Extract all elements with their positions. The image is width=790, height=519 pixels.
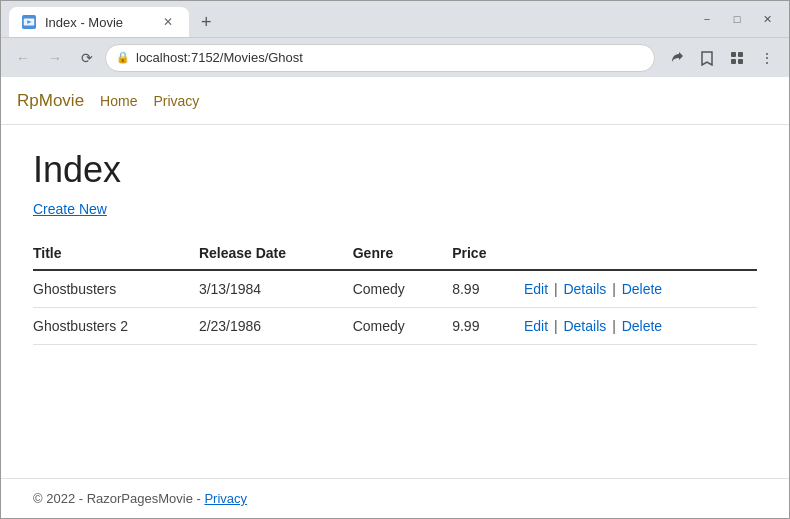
footer-privacy-link[interactable]: Privacy (204, 491, 247, 506)
site-brand: RpMovie (17, 91, 84, 111)
title-bar: Index - Movie ✕ + − □ ✕ (1, 1, 789, 37)
details-link-1[interactable]: Details (563, 318, 606, 334)
table-row: Ghostbusters 2 2/23/1986 Comedy 9.99 Edi… (33, 308, 757, 345)
movies-table: Title Release Date Genre Price Ghostbust… (33, 237, 757, 345)
col-actions (524, 237, 757, 270)
svg-rect-4 (738, 52, 743, 57)
url-bar[interactable]: 🔒 localhost:7152/Movies/Ghost (105, 44, 655, 72)
svg-rect-6 (738, 59, 743, 64)
edit-link-1[interactable]: Edit (524, 318, 548, 334)
sep-2: | (612, 281, 616, 297)
cell-actions-0: Edit | Details | Delete (524, 270, 757, 308)
forward-button[interactable]: → (41, 44, 69, 72)
reload-button[interactable]: ⟳ (73, 44, 101, 72)
active-tab[interactable]: Index - Movie ✕ (9, 7, 189, 37)
tab-favicon (21, 14, 37, 30)
cell-title-0: Ghostbusters (33, 270, 199, 308)
cell-price-0: 8.99 (452, 270, 524, 308)
col-genre: Genre (353, 237, 452, 270)
details-link-0[interactable]: Details (563, 281, 606, 297)
edit-link-0[interactable]: Edit (524, 281, 548, 297)
new-tab-button[interactable]: + (193, 8, 220, 37)
minimize-button[interactable]: − (693, 5, 721, 33)
brand-suffix: Movie (39, 91, 84, 110)
footer-text: © 2022 - RazorPagesMovie - (33, 491, 204, 506)
delete-link-1[interactable]: Delete (622, 318, 662, 334)
site-nav: RpMovie Home Privacy (1, 77, 789, 125)
delete-link-0[interactable]: Delete (622, 281, 662, 297)
col-title: Title (33, 237, 199, 270)
cell-genre-0: Comedy (353, 270, 452, 308)
col-price: Price (452, 237, 524, 270)
close-button[interactable]: ✕ (753, 5, 781, 33)
cell-price-1: 9.99 (452, 308, 524, 345)
back-button[interactable]: ← (9, 44, 37, 72)
nav-home-link[interactable]: Home (100, 93, 137, 109)
url-text: localhost:7152/Movies/Ghost (136, 50, 644, 65)
site-footer: © 2022 - RazorPagesMovie - Privacy (1, 478, 789, 518)
table-header: Title Release Date Genre Price (33, 237, 757, 270)
main-content: Index Create New Title Release Date Genr… (1, 125, 789, 478)
address-bar: ← → ⟳ 🔒 localhost:7152/Movies/Ghost ⋮ (1, 37, 789, 77)
tab-area: Index - Movie ✕ + (9, 1, 681, 37)
create-new-link[interactable]: Create New (33, 201, 107, 217)
bookmark-icon[interactable] (693, 44, 721, 72)
col-release-date: Release Date (199, 237, 353, 270)
sep-4: | (612, 318, 616, 334)
svg-rect-3 (731, 52, 736, 57)
brand-prefix: Rp (17, 91, 39, 110)
header-row: Title Release Date Genre Price (33, 237, 757, 270)
browser-window: Index - Movie ✕ + − □ ✕ ← → ⟳ 🔒 localhos… (0, 0, 790, 519)
maximize-button[interactable]: □ (723, 5, 751, 33)
cell-date-0: 3/13/1984 (199, 270, 353, 308)
page-heading: Index (33, 149, 757, 191)
sep-3: | (554, 318, 558, 334)
cell-title-1: Ghostbusters 2 (33, 308, 199, 345)
table-body: Ghostbusters 3/13/1984 Comedy 8.99 Edit … (33, 270, 757, 345)
page-content: RpMovie Home Privacy Index Create New Ti… (1, 77, 789, 518)
window-controls: − □ ✕ (693, 5, 781, 33)
cell-genre-1: Comedy (353, 308, 452, 345)
cell-date-1: 2/23/1986 (199, 308, 353, 345)
toolbar-icons: ⋮ (663, 44, 781, 72)
svg-rect-5 (731, 59, 736, 64)
tab-title: Index - Movie (45, 15, 123, 30)
tab-close-button[interactable]: ✕ (159, 13, 177, 31)
sep-1: | (554, 281, 558, 297)
share-icon[interactable] (663, 44, 691, 72)
cell-actions-1: Edit | Details | Delete (524, 308, 757, 345)
extensions-icon[interactable] (723, 44, 751, 72)
lock-icon: 🔒 (116, 51, 130, 64)
nav-privacy-link[interactable]: Privacy (153, 93, 199, 109)
table-row: Ghostbusters 3/13/1984 Comedy 8.99 Edit … (33, 270, 757, 308)
browser-menu-icon[interactable]: ⋮ (753, 44, 781, 72)
